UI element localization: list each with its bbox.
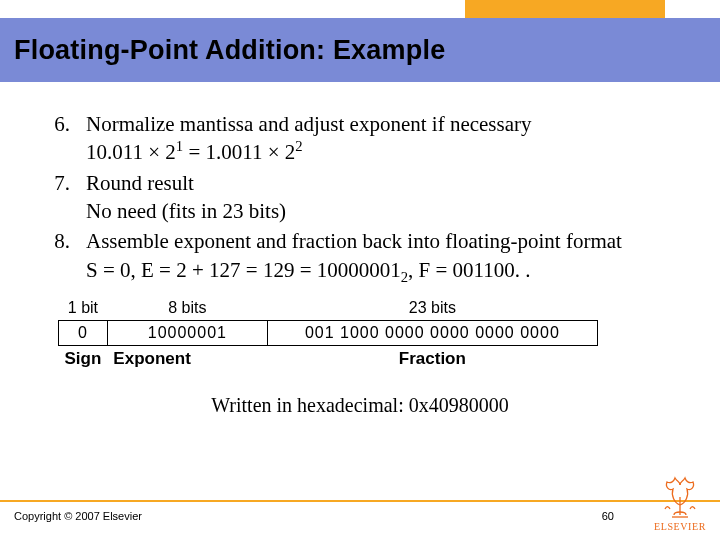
bitfield-table: 1 bit 8 bits 23 bits 0 10000001 001 1000… — [58, 296, 598, 372]
list-item: 7. Round result No need (fits in 23 bits… — [24, 169, 696, 226]
width-sign: 1 bit — [59, 296, 108, 321]
value-exponent: 10000001 — [107, 321, 267, 346]
list-item: 6. Normalize mantissa and adjust exponen… — [24, 110, 696, 167]
footer: Copyright © 2007 Elsevier 60 — [0, 500, 720, 530]
value-fraction: 001 1000 0000 0000 0000 0000 — [267, 321, 597, 346]
table-row: 0 10000001 001 1000 0000 0000 0000 0000 — [59, 321, 598, 346]
list-item: 8. Assemble exponent and fraction back i… — [24, 227, 696, 284]
step-expr: 10.011 × 21 = 1.0011 × 22 — [86, 138, 696, 166]
step-text: No need (fits in 23 bits) — [86, 197, 696, 225]
copyright-text: Copyright © 2007 Elsevier — [14, 510, 142, 522]
hex-result: Written in hexadecimal: 0x40980000 — [24, 394, 696, 417]
page-number: 60 — [602, 510, 614, 522]
table-row: 1 bit 8 bits 23 bits — [59, 296, 598, 321]
value-sign: 0 — [59, 321, 108, 346]
label-fraction: Fraction — [267, 346, 597, 373]
step-expr: S = 0, E = 2 + 127 = 129 = 100000012, F … — [86, 256, 696, 284]
slide-title: Floating-Point Addition: Example — [14, 35, 445, 66]
accent-bar — [465, 0, 665, 18]
step-text: Round result — [86, 169, 696, 197]
label-sign: Sign — [59, 346, 108, 373]
step-number: 8. — [24, 227, 86, 284]
step-number: 7. — [24, 169, 86, 226]
elsevier-logo: ELSEVIER — [654, 475, 706, 532]
step-number: 6. — [24, 110, 86, 167]
step-list: 6. Normalize mantissa and adjust exponen… — [24, 110, 696, 284]
tree-icon — [657, 475, 703, 519]
table-row: Sign Exponent Fraction — [59, 346, 598, 373]
content-area: 6. Normalize mantissa and adjust exponen… — [24, 110, 696, 417]
step-body: Assemble exponent and fraction back into… — [86, 227, 696, 284]
step-text: Assemble exponent and fraction back into… — [86, 227, 696, 255]
width-fraction: 23 bits — [267, 296, 597, 321]
step-body: Normalize mantissa and adjust exponent i… — [86, 110, 696, 167]
logo-text: ELSEVIER — [654, 521, 706, 532]
bitfield-diagram: 1 bit 8 bits 23 bits 0 10000001 001 1000… — [58, 296, 696, 372]
label-exponent: Exponent — [107, 346, 267, 373]
step-text: Normalize mantissa and adjust exponent i… — [86, 110, 696, 138]
title-bar: Floating-Point Addition: Example — [0, 18, 720, 82]
width-exponent: 8 bits — [107, 296, 267, 321]
step-body: Round result No need (fits in 23 bits) — [86, 169, 696, 226]
